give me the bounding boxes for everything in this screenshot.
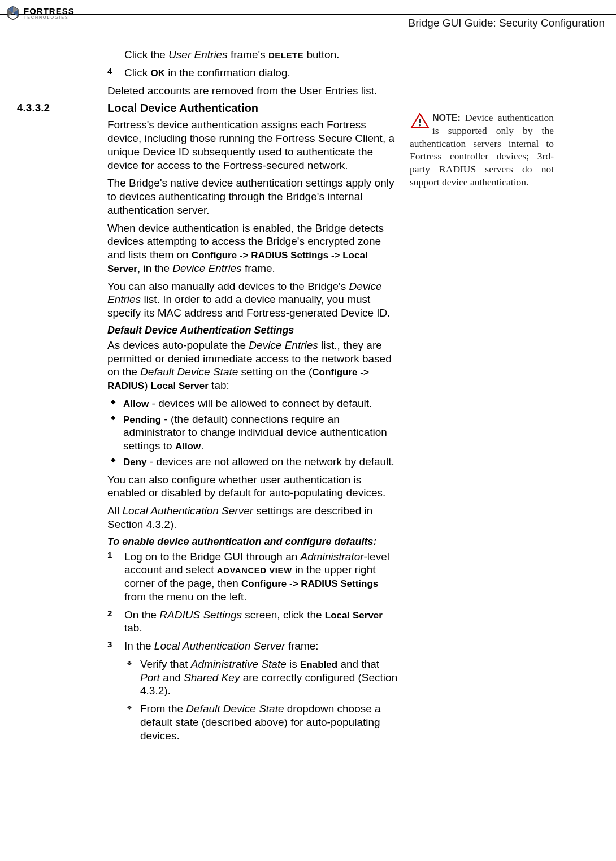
note-label: NOTE: — [432, 113, 461, 123]
step-number: 2 — [107, 608, 112, 619]
logo-main-text: FORTRESS — [24, 7, 75, 15]
body-text: The Bridge's native device authenticatio… — [107, 176, 401, 217]
sub-bullet-list: Verify that Administrative State is Enab… — [124, 657, 401, 743]
body-text: You can also configure whether user auth… — [107, 473, 401, 500]
step-4: 4Click OK in the confirmation dialog. — [124, 66, 401, 80]
body-text: You can also manually add devices to the… — [107, 280, 401, 320]
step-2: 2On the RADIUS Settings screen, click th… — [124, 608, 401, 635]
header-rule — [0, 14, 616, 15]
logo-sub-text: TECHNOLOGIES — [24, 15, 75, 19]
step-number: 1 — [107, 550, 112, 561]
svg-point-7 — [419, 124, 421, 127]
body-text: Click the User Entries frame's DELETE bu… — [124, 48, 401, 62]
body-text: Fortress's device authentication assigns… — [107, 118, 401, 172]
page-header-title: Bridge GUI Guide: Security Configuration — [409, 17, 605, 29]
svg-rect-6 — [419, 119, 421, 123]
logo: FORTRESS TECHNOLOGIES — [5, 5, 75, 21]
list-item: Deny - devices are not allowed on the ne… — [107, 455, 401, 469]
step-number: 3 — [107, 639, 112, 650]
list-item: From the Default Device State dropdown c… — [124, 702, 401, 742]
list-item: Allow - devices will be allowed to conne… — [107, 397, 401, 410]
subsection-heading: Default Device Authentication Settings — [107, 325, 401, 336]
body-text: When device authentication is enabled, t… — [107, 222, 401, 275]
subsection-heading: To enable device authentication and conf… — [107, 536, 401, 548]
step-1: 1Log on to the Bridge GUI through an Adm… — [124, 550, 401, 604]
warning-icon — [410, 113, 430, 129]
list-item: Verify that Administrative State is Enab… — [124, 657, 401, 698]
section-heading: Local Device Authentication — [107, 102, 401, 115]
body-text: As devices auto-populate the Device Entr… — [107, 339, 401, 392]
logo-icon — [5, 5, 21, 21]
bullet-list: Allow - devices will be allowed to conne… — [107, 397, 401, 469]
note-text: Device authentication is supported only … — [410, 112, 554, 188]
note-callout: NOTE: Device authentication is supported… — [410, 111, 554, 197]
section-number: 4.3.3.2 — [17, 102, 50, 114]
body-text: Deleted accounts are removed from the Us… — [107, 84, 401, 98]
body-text: All Local Authentication Server settings… — [107, 504, 401, 531]
step-3: 3In the Local Authentication Server fram… — [124, 639, 401, 653]
step-number: 4 — [107, 66, 112, 77]
list-item: Pending - (the default) connections requ… — [107, 413, 401, 453]
